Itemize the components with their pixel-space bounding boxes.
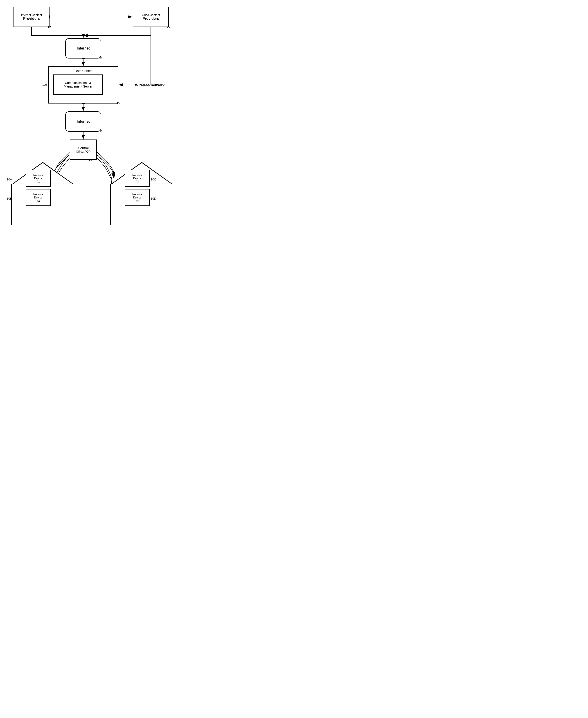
nd1-line2: Device <box>34 177 43 180</box>
internet-bottom-box: Internet <box>65 111 101 132</box>
nd2-line2: Device <box>34 196 43 199</box>
nd1-line1: Network <box>33 174 43 177</box>
nd2-line1: Network <box>33 193 43 196</box>
wireless-network-label: Wireless network <box>135 83 165 87</box>
nd3-line2: Device <box>133 177 142 180</box>
data-center-ref: 45 <box>117 102 120 105</box>
cms-inner-box: Communications & Management Server <box>53 75 103 95</box>
icp-ref: 10 <box>48 25 50 28</box>
cms-label-line1: Communications & <box>65 81 91 85</box>
internet-top-box: Internet <box>65 38 101 59</box>
internet-bottom-label: Internet <box>77 119 90 124</box>
central-office-box: Central Office/POP <box>70 140 97 160</box>
icp-label-line1: Internet Content <box>21 13 42 17</box>
nd4-line3: #4 <box>136 199 139 202</box>
data-center-box: Data Center Communications & Management … <box>48 66 118 104</box>
nd4-line1: Network <box>132 193 142 196</box>
nd1-line3: #1 <box>37 180 40 183</box>
nd2-line3: #2 <box>37 199 40 202</box>
network-diagram: Internet Content Providers 10 Video Cont… <box>0 0 185 225</box>
nd1-ref: 80A <box>7 178 12 181</box>
internet-content-providers-box: Internet Content Providers <box>14 7 49 27</box>
nd4-line2: Device <box>133 196 142 199</box>
central-office-ref: 55 <box>89 158 92 161</box>
network-device-1-box: Network Device #1 <box>26 170 50 187</box>
nd3-line3: #3 <box>136 180 139 183</box>
icp-label-line2: Providers <box>23 17 40 21</box>
data-center-label: Data Center <box>51 69 115 73</box>
network-device-4-box: Network Device #4 <box>125 189 150 206</box>
nd3-ref: 80C <box>151 178 156 181</box>
vcp-label-line2: Providers <box>143 17 159 21</box>
cms-label-line2: Management Server <box>64 85 92 88</box>
central-office-line1: Central <box>78 146 89 150</box>
internet-top-label: Internet <box>77 46 90 50</box>
network-device-2-box: Network Device #2 <box>26 189 50 206</box>
internet-top-ref: 30 <box>100 57 102 60</box>
nd2-ref: 80B <box>7 197 12 200</box>
cms-ref: 100 <box>42 83 47 86</box>
video-content-providers-box: Video Content Providers <box>133 7 169 27</box>
nd3-line1: Network <box>132 174 142 177</box>
central-office-line2: Office/POP <box>76 150 91 153</box>
nd4-ref: 80D <box>151 197 156 200</box>
internet-bottom-ref: 30 <box>100 130 102 133</box>
vcp-label-line1: Video Content <box>142 13 160 17</box>
vcp-ref: 20 <box>167 25 170 28</box>
network-device-3-box: Network Device #3 <box>125 170 150 187</box>
